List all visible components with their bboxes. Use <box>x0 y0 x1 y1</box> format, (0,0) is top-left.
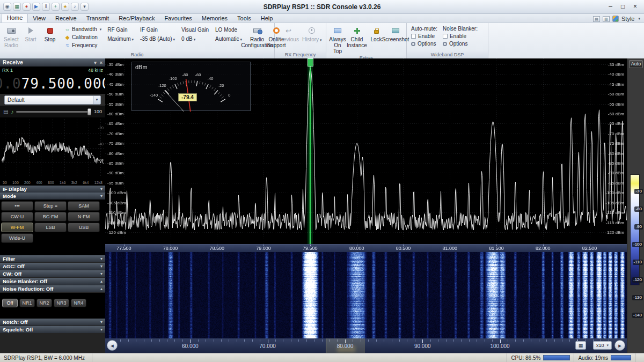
tab-home[interactable]: Home <box>2 13 28 23</box>
calibration-button[interactable]: ◆ Calibration <box>63 34 103 41</box>
maximize-button[interactable]: □ <box>617 2 628 12</box>
mode-button-lsb[interactable]: LSB <box>34 223 67 232</box>
palette-scale-label: -110 <box>633 260 643 265</box>
if-gain-dropdown[interactable]: IF Gain -35 dB (Auto)▾ <box>137 24 178 51</box>
mode-button-wide-u[interactable]: Wide-U <box>1 233 33 243</box>
mode-button-w-fm[interactable]: W-FM <box>1 223 33 232</box>
stop-button[interactable]: Stop <box>40 24 60 51</box>
history-button[interactable]: History▾ <box>301 24 324 51</box>
previous-button[interactable]: ↩ Previous <box>276 24 301 51</box>
section-cw-off[interactable]: CW: Off▾ <box>0 270 105 277</box>
frequency-display[interactable]: 0.079.500.000 <box>0 73 105 94</box>
tab-rec-playback[interactable]: Rec/Playback <box>114 14 159 23</box>
toolbar-toggle-icon[interactable]: ▤ <box>593 16 600 22</box>
mode-button-m0[interactable]: ••• <box>1 201 33 211</box>
volume-slider-thumb[interactable] <box>87 108 91 115</box>
profile-select[interactable]: Default ▾ <box>4 95 101 105</box>
qat-dropdown-icon[interactable]: ▾ <box>80 3 89 11</box>
waterfall[interactable] <box>105 252 627 338</box>
pause-icon[interactable]: ‖ <box>42 3 50 11</box>
close-button[interactable]: × <box>630 2 641 12</box>
section-noise-reduction-off[interactable]: Noise Reduction: Off▴ <box>0 285 105 292</box>
record-icon[interactable]: ● <box>23 3 31 11</box>
mode-header[interactable]: Mode ▾ <box>0 193 105 200</box>
nr-button-nr1[interactable]: NR1 <box>19 299 35 307</box>
section-noise-blanker-off[interactable]: Noise Blanker: Off▴ <box>0 278 105 285</box>
play-icon[interactable]: ▶ <box>32 3 40 11</box>
section-agc-off[interactable]: AGC: Off▾ <box>0 263 105 270</box>
noise-blanker-options[interactable]: Options <box>443 41 478 47</box>
auto-mute-options[interactable]: Options <box>411 41 437 47</box>
volume-slider[interactable] <box>16 111 91 113</box>
auto-mute-enable[interactable]: Enable <box>411 33 437 39</box>
tab-memories[interactable]: Memories <box>197 14 232 23</box>
child-instance-button[interactable]: Child Instance <box>347 24 367 55</box>
add-icon[interactable]: + <box>52 3 60 11</box>
status-cpu: CPU: 86.5% <box>507 353 574 362</box>
spectrum-display[interactable]: -35 dBm-40 dBm-45 dBm-50 dBm-55 dBm-60 d… <box>105 58 627 244</box>
nr-button-nr4[interactable]: NR4 <box>71 299 86 307</box>
mode-button-step[interactable]: Step ≡ <box>34 201 67 211</box>
nr-button-nr3[interactable]: NR3 <box>54 299 69 307</box>
mode-button-usb[interactable]: USB <box>68 223 100 232</box>
select-radio-button[interactable]: Select Radio <box>2 24 21 51</box>
radio-configuration-button[interactable]: Radio Configuration <box>247 24 267 51</box>
section-notch-off[interactable]: Notch: Off▾ <box>0 319 105 326</box>
band-tick <box>376 339 377 342</box>
if-display-header[interactable]: IF Display ▾ <box>0 186 105 193</box>
mode-button-bc-fm[interactable]: BC-FM <box>34 212 67 221</box>
speaker-icon[interactable]: ♪ <box>11 109 13 115</box>
app-menu-icon[interactable]: ◉ <box>3 3 11 11</box>
mode-button-sam[interactable]: SAM <box>68 201 100 211</box>
style-button[interactable]: Style <box>621 16 634 22</box>
svg-text:0: 0 <box>228 93 230 98</box>
ribbon: Select Radio Start Stop ⇔ Bandwidth ▾ <box>0 23 644 58</box>
mode-button-cw-u[interactable]: CW-U <box>1 212 33 221</box>
minimize-button[interactable]: – <box>605 2 616 12</box>
favourite-icon[interactable]: ★ <box>61 3 69 11</box>
band-zoom-button[interactable]: x10 ▾ <box>593 341 612 350</box>
style-caret-icon[interactable]: ▾ <box>638 17 640 21</box>
lo-mode-dropdown[interactable]: LO Mode Automatic▾ <box>212 24 245 51</box>
band-scroll-left-button[interactable]: ◂ <box>107 340 118 351</box>
bandwidth-button[interactable]: ⇔ Bandwidth ▾ <box>63 26 103 33</box>
freq-axis-label: 82.500 <box>582 246 597 251</box>
layout-icon[interactable]: ▥ <box>603 16 610 22</box>
mode-button-n-fm[interactable]: N-FM <box>68 212 100 221</box>
nr-button-off[interactable]: Off <box>2 299 18 307</box>
panel-close-icon[interactable]: × <box>100 60 103 65</box>
section-filter[interactable]: Filter▾ <box>0 255 105 262</box>
meter-unit-label: dBm <box>135 64 148 70</box>
section-squelch-off[interactable]: Squelch: Off▾ <box>0 326 105 333</box>
status-spacer <box>92 353 507 362</box>
tab-tools[interactable]: Tools <box>232 14 256 23</box>
visual-gain-dropdown[interactable]: Visual Gain 0 dB▾ <box>178 24 212 51</box>
cpu-meter-bar <box>543 355 570 360</box>
frequency-axis[interactable]: 77.50078.00078.50079.00079.50080.00080.5… <box>105 244 627 252</box>
select-radio-small-icon[interactable]: ▦ <box>13 3 21 11</box>
screenshot-button[interactable]: Screenshot <box>386 24 405 55</box>
noise-blanker-enable[interactable]: Enable <box>443 33 478 39</box>
panel-collapse-icon[interactable]: ▾ <box>94 60 97 65</box>
tab-favourites[interactable]: Favourites <box>159 14 196 23</box>
tab-view[interactable]: View <box>28 14 50 23</box>
tab-transmit[interactable]: Transmit <box>82 14 114 23</box>
band-scroll-right-button[interactable]: ▸ <box>614 340 625 351</box>
band-tick <box>214 339 214 342</box>
palette-auto-button[interactable]: Auto <box>629 60 643 68</box>
audio-icon[interactable]: ♪ <box>71 3 79 11</box>
tab-help[interactable]: Help <box>256 14 278 23</box>
nr-button-nr2[interactable]: NR2 <box>36 299 52 307</box>
band-grid-button[interactable]: ▦ <box>575 341 586 350</box>
mixer-icon[interactable]: ▤ <box>3 109 8 115</box>
always-on-top-button[interactable]: Always On Top <box>328 24 347 55</box>
radio-configuration-icon <box>253 26 261 35</box>
palette-scale-label: -80 <box>634 206 643 212</box>
signal-meter: dBm -140-120-100-80-60-40-200 -79.4 <box>131 62 251 111</box>
band-tick <box>508 339 508 342</box>
rf-gain-dropdown[interactable]: RF Gain Maximum▾ <box>104 24 137 51</box>
start-button[interactable]: Start <box>21 24 40 51</box>
frequency-button[interactable]: ≈ Frequency <box>63 42 103 49</box>
band-navigation-bar[interactable]: ◂ ▸ ▦ x10 ▾ 60.00070.00080.00090.000100.… <box>105 338 627 353</box>
tab-receive[interactable]: Receive <box>50 14 82 23</box>
